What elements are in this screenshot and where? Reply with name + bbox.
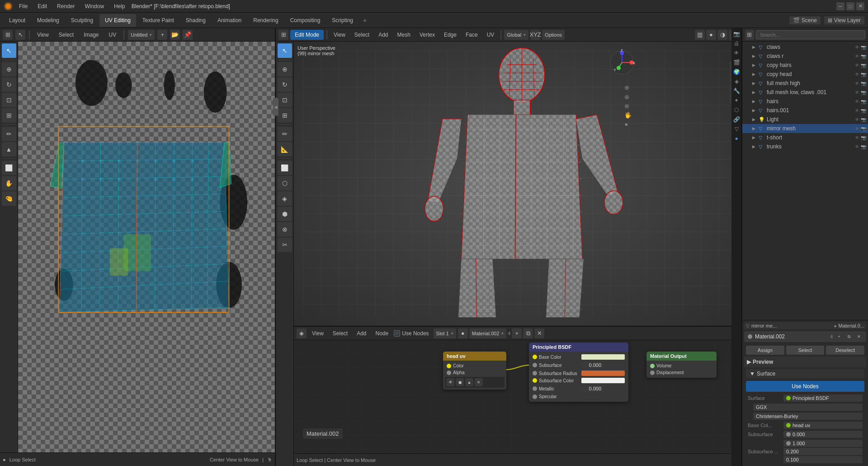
uv-tool-pinch[interactable]: 🤏 (2, 191, 16, 206)
tree-item-copy-head[interactable]: ▶ ▽ copy head 👁 📷 (742, 70, 868, 79)
edit-mode-button[interactable]: Edit Mode (290, 30, 324, 40)
node-menu-node[interactable]: Node (372, 329, 392, 338)
uv-canvas[interactable] (18, 42, 275, 452)
assign-button[interactable]: Assign (746, 346, 784, 355)
uv-pin[interactable]: 📌 (183, 30, 193, 40)
base-color-value[interactable]: head uv (783, 422, 863, 429)
menu-help[interactable]: Help (110, 2, 129, 10)
prop-icon-physics[interactable]: ⬡ (732, 106, 741, 114)
tab-rendering[interactable]: Rendering (248, 14, 283, 27)
sub-val3[interactable]: 0.100 (783, 456, 863, 463)
material-new-btn[interactable]: + (512, 328, 522, 338)
subsurface-value-field[interactable]: 0.000 (783, 431, 863, 438)
uv-mode-icon[interactable]: ⊞ (3, 30, 13, 40)
material-unlink-btn[interactable]: ✕ (534, 328, 544, 338)
uv-menu-uv[interactable]: UV (105, 31, 120, 39)
prop-icon-world[interactable]: 🌍 (732, 68, 741, 76)
uv-menu-image[interactable]: Image (80, 31, 102, 39)
vp-tool-rotate[interactable]: ↻ (278, 77, 292, 92)
uv-filename[interactable]: Untitled (128, 30, 155, 40)
tree-item-hairs-001[interactable]: ▶ ▽ hairs.001 👁 📷 (742, 106, 868, 115)
node-editor-mode-icon[interactable]: ◈ (297, 328, 307, 338)
tree-item-trunks[interactable]: ▶ ▽ trunks 👁 📷 (742, 142, 868, 151)
viewport-menu-add[interactable]: Add (375, 31, 392, 39)
prop-icon-data[interactable]: ▽ (732, 125, 741, 133)
node-open-btn[interactable]: ▲ (465, 378, 473, 386)
distribution-value[interactable]: GGX (753, 404, 863, 411)
scene-selector[interactable]: 🎬 Scene (789, 16, 821, 24)
tree-item-hairs[interactable]: ▶ ▽ hairs 👁 📷 (742, 97, 868, 106)
transform-global-button[interactable]: Global (504, 30, 528, 40)
minimize-button[interactable]: ─ (836, 2, 844, 10)
material-slot-item[interactable]: Material.002 4 + ⧉ ✕ (744, 331, 866, 342)
sub-val2[interactable]: 0.200 (783, 448, 863, 455)
vp-tool-move[interactable]: ⊕ (278, 62, 292, 76)
uv-tool-cube[interactable]: ⬜ (2, 161, 16, 175)
vp-tool-extrude[interactable]: ⬡ (278, 176, 292, 190)
use-nodes-button[interactable]: Use Nodes (746, 381, 864, 392)
surface-field-value[interactable]: Principled BSDF (783, 395, 863, 402)
solid-btn[interactable]: ● (706, 30, 716, 40)
node-menu-add[interactable]: Add (353, 329, 370, 338)
viewport-menu-mesh[interactable]: Mesh (394, 31, 414, 39)
vp-tool-measure[interactable]: 📐 (278, 142, 292, 157)
overlay-options-button[interactable]: Options (542, 30, 565, 40)
tab-shading[interactable]: Shading (180, 14, 211, 27)
panel-collapse-arrow[interactable]: ◀ (273, 98, 278, 116)
viewport-menu-edge[interactable]: Edge (440, 31, 460, 39)
tab-modeling[interactable]: Modeling (32, 14, 65, 27)
add-workspace-button[interactable]: + (359, 15, 370, 26)
material-copy-small-btn[interactable]: ⧉ (845, 333, 853, 340)
prop-icon-view[interactable]: 👁 (732, 49, 741, 57)
material-copy-btn[interactable]: ⧉ (523, 328, 533, 338)
prop-icon-render[interactable]: 📷 (732, 30, 741, 38)
vp-tool-knife[interactable]: ✂ (278, 238, 292, 252)
vp-tool-bevel[interactable]: ⬢ (278, 207, 292, 221)
prop-icon-particles[interactable]: ✦ (732, 96, 741, 105)
node-principled-bsdf[interactable]: Principled BSDF Base Color Subsurface 0.… (529, 342, 628, 402)
tab-compositing[interactable]: Compositing (285, 14, 326, 27)
tree-item-full-mesh-high[interactable]: ▶ ▽ full mesh high 👁 📷 (742, 79, 868, 88)
tab-sculpting[interactable]: Sculpting (66, 14, 99, 27)
node-head-uv[interactable]: head uv Color Alpha 👁 ◼ ▲ (443, 352, 506, 390)
uv-menu-select[interactable]: Select (55, 31, 77, 39)
viewport-menu-uv[interactable]: UV (483, 31, 498, 39)
vp-tool-cube[interactable]: ⬜ (278, 161, 292, 175)
material-icon-btn[interactable]: ● (458, 328, 468, 338)
material-unlink-small-btn[interactable]: ✕ (855, 333, 863, 340)
prop-icon-modifier[interactable]: 🔧 (732, 87, 741, 95)
menu-file[interactable]: File (15, 2, 31, 10)
tree-item-copy-hairs[interactable]: ▶ ▽ copy hairs 👁 📷 (742, 61, 868, 70)
close-button[interactable]: ✕ (856, 2, 864, 10)
uv-tool-grab[interactable]: ✋ (2, 176, 16, 190)
prop-icon-material[interactable]: ● (732, 134, 741, 143)
material-preview-btn[interactable]: ◑ (717, 30, 727, 40)
select-button[interactable]: Select (786, 346, 825, 355)
uv-menu-view[interactable]: View (33, 31, 52, 39)
tree-item-light[interactable]: ▶ 💡 Light 👁 📷 (742, 115, 868, 124)
viewport-menu-view[interactable]: View (330, 31, 349, 39)
tab-scripting[interactable]: Scripting (326, 14, 359, 27)
viewport-menu-vertex[interactable]: Vertex (416, 31, 439, 39)
uv-tool-select[interactable]: ↖ (2, 43, 16, 58)
surface-section-header[interactable]: ▼ Surface (746, 369, 864, 378)
prop-icon-output[interactable]: 🖨 (732, 39, 741, 48)
uv-tool-scale[interactable]: ⊡ (2, 93, 16, 107)
uv-tool-move[interactable]: ⊕ (2, 62, 16, 76)
material-slot-button[interactable]: Slot 1 (434, 328, 456, 338)
node-menu-view[interactable]: View (308, 329, 327, 338)
use-nodes-checkbox[interactable]: ✓ (394, 330, 400, 337)
viewport-menu-select[interactable]: Select (351, 31, 373, 39)
uv-tool-sample[interactable]: ▲ (2, 142, 16, 157)
node-menu-select[interactable]: Select (329, 329, 351, 338)
outliner-mode-icon[interactable]: ⊞ (745, 30, 754, 40)
material-new-small-btn[interactable]: + (835, 333, 843, 340)
vp-tool-inset[interactable]: ◈ (278, 191, 292, 206)
vp-tool-select[interactable]: ↖ (278, 43, 292, 58)
viewport-canvas[interactable]: User Perspective (99) mirror mesh (294, 42, 741, 326)
tab-layout[interactable]: Layout (4, 14, 31, 27)
uv-select-mode[interactable]: ↖ (15, 30, 25, 40)
node-canvas[interactable]: Material.002 head uv Color Alpha 👁 (294, 340, 741, 466)
deselect-button[interactable]: Deselect (826, 346, 864, 355)
uv-new-image[interactable]: + (157, 30, 167, 40)
